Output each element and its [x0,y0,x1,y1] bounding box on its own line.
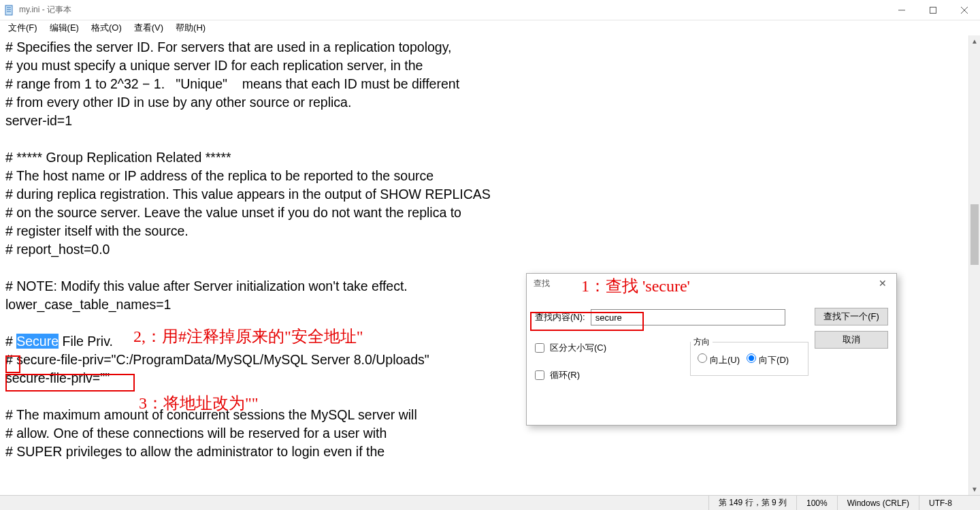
statusbar: 第 149 行，第 9 列 100% Windows (CRLF) UTF-8 [0,495,980,510]
svg-rect-5 [930,7,936,13]
wrap-around-checkbox[interactable]: 循环(R) [535,369,606,381]
text-editor[interactable]: # Specifies the server ID. For servers t… [0,35,980,495]
editor-wrap: # Specifies the server ID. For servers t… [0,35,980,495]
window-title: my.ini - 记事本 [19,4,886,16]
find-cancel-button[interactable]: 取消 [815,331,888,349]
vertical-scrollbar[interactable]: ▲ ▼ [968,35,980,495]
find-direction-group: 方向 向上(U) 向下(D) [690,336,808,376]
find-dialog-title: 查找 [534,278,550,289]
status-position: 第 149 行，第 9 列 [708,496,796,510]
menu-help[interactable]: 帮助(H) [172,22,210,34]
maximize-button[interactable] [917,0,949,20]
scroll-down-icon[interactable]: ▼ [969,483,980,495]
minimize-button[interactable] [886,0,917,20]
notepad-icon [4,5,15,16]
match-case-checkbox[interactable]: 区分大小写(C) [535,342,606,354]
direction-up-radio[interactable]: 向上(U) [698,353,740,366]
menu-format[interactable]: 格式(O) [87,22,126,34]
find-dialog: 查找 ✕ 查找内容(N): 查找下一个(F) 取消 区分大小写(C) 循环(R)… [526,273,897,426]
menu-view[interactable]: 查看(V) [130,22,167,34]
scroll-up-icon[interactable]: ▲ [969,35,980,47]
menu-file[interactable]: 文件(F) [4,22,42,34]
menubar: 文件(F) 编辑(E) 格式(O) 查看(V) 帮助(H) [0,20,980,35]
find-input[interactable] [591,309,785,325]
status-zoom: 100% [796,496,837,510]
close-button[interactable] [949,0,980,20]
svg-rect-0 [5,5,12,15]
find-close-button[interactable]: ✕ [876,276,889,290]
find-content-label: 查找内容(N): [535,311,585,323]
selected-text: Secure [16,334,59,349]
menu-edit[interactable]: 编辑(E) [46,22,83,34]
find-next-button[interactable]: 查找下一个(F) [815,308,888,325]
find-direction-label: 方向 [691,336,713,348]
status-eol: Windows (CRLF) [837,496,919,510]
scrollbar-thumb[interactable] [970,204,979,266]
titlebar: my.ini - 记事本 [0,0,980,20]
status-encoding: UTF-8 [919,496,980,510]
direction-down-radio[interactable]: 向下(D) [747,353,789,366]
